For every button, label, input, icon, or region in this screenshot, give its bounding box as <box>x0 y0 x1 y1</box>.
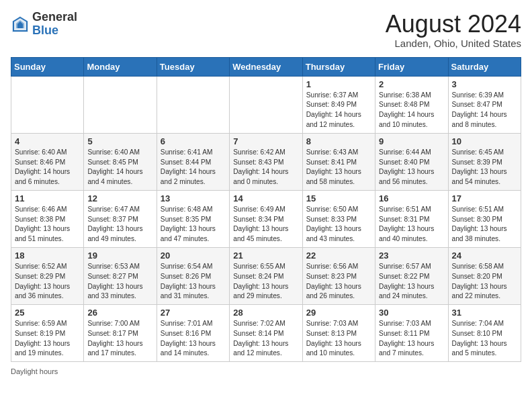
day-info: Sunrise: 6:48 AM Sunset: 8:35 PM Dayligh… <box>161 205 226 244</box>
day-number: 23 <box>379 250 444 261</box>
location: Landen, Ohio, United States <box>386 38 521 49</box>
day-info: Sunrise: 6:59 AM Sunset: 8:19 PM Dayligh… <box>15 319 80 359</box>
daylight-hours-label: Daylight hours <box>11 367 58 375</box>
day-number: 25 <box>15 308 80 318</box>
logo-icon <box>11 15 30 34</box>
day-info: Sunrise: 6:40 AM Sunset: 8:45 PM Dayligh… <box>87 148 152 187</box>
day-cell-7: 7Sunrise: 6:42 AM Sunset: 8:43 PM Daylig… <box>230 133 302 190</box>
logo: General Blue <box>11 11 77 38</box>
col-header-friday: Friday <box>375 57 448 76</box>
day-info: Sunrise: 6:38 AM Sunset: 8:48 PM Dayligh… <box>379 91 444 130</box>
day-info: Sunrise: 7:03 AM Sunset: 8:13 PM Dayligh… <box>306 319 371 359</box>
week-row-5: 25Sunrise: 6:59 AM Sunset: 8:19 PM Dayli… <box>11 305 521 362</box>
col-header-sunday: Sunday <box>11 57 84 76</box>
day-number: 15 <box>306 193 371 203</box>
day-number: 28 <box>233 308 298 318</box>
day-cell-27: 27Sunrise: 7:01 AM Sunset: 8:16 PM Dayli… <box>157 305 229 362</box>
day-info: Sunrise: 7:00 AM Sunset: 8:17 PM Dayligh… <box>87 319 152 359</box>
day-cell-2: 2Sunrise: 6:38 AM Sunset: 8:48 PM Daylig… <box>375 76 448 133</box>
day-info: Sunrise: 6:39 AM Sunset: 8:47 PM Dayligh… <box>452 91 517 130</box>
day-number: 26 <box>87 308 152 318</box>
day-info: Sunrise: 6:55 AM Sunset: 8:24 PM Dayligh… <box>233 262 298 302</box>
day-cell-6: 6Sunrise: 6:41 AM Sunset: 8:44 PM Daylig… <box>157 133 229 190</box>
day-cell-22: 22Sunrise: 6:56 AM Sunset: 8:23 PM Dayli… <box>302 247 375 304</box>
day-cell-17: 17Sunrise: 6:51 AM Sunset: 8:30 PM Dayli… <box>448 190 521 247</box>
day-number: 10 <box>452 136 517 146</box>
calendar: SundayMondayTuesdayWednesdayThursdayFrid… <box>11 57 521 363</box>
calendar-header-row: SundayMondayTuesdayWednesdayThursdayFrid… <box>11 57 521 76</box>
day-info: Sunrise: 6:47 AM Sunset: 8:37 PM Dayligh… <box>87 205 152 244</box>
day-cell-26: 26Sunrise: 7:00 AM Sunset: 8:17 PM Dayli… <box>84 305 157 362</box>
day-number: 31 <box>452 308 517 318</box>
day-cell-4: 4Sunrise: 6:40 AM Sunset: 8:46 PM Daylig… <box>11 133 84 190</box>
day-number: 8 <box>306 136 371 146</box>
logo-text: General Blue <box>32 11 77 38</box>
day-cell-29: 29Sunrise: 7:03 AM Sunset: 8:13 PM Dayli… <box>302 305 375 362</box>
day-info: Sunrise: 6:40 AM Sunset: 8:46 PM Dayligh… <box>15 148 80 187</box>
day-number: 3 <box>452 79 517 89</box>
day-info: Sunrise: 6:54 AM Sunset: 8:26 PM Dayligh… <box>161 262 226 302</box>
day-info: Sunrise: 6:46 AM Sunset: 8:38 PM Dayligh… <box>15 205 80 244</box>
day-info: Sunrise: 6:50 AM Sunset: 8:33 PM Dayligh… <box>306 205 371 244</box>
day-number: 20 <box>161 250 226 261</box>
week-row-2: 4Sunrise: 6:40 AM Sunset: 8:46 PM Daylig… <box>11 133 521 190</box>
day-number: 11 <box>15 193 80 203</box>
day-cell-23: 23Sunrise: 6:57 AM Sunset: 8:22 PM Dayli… <box>375 247 448 304</box>
day-info: Sunrise: 6:45 AM Sunset: 8:39 PM Dayligh… <box>452 148 517 187</box>
col-header-thursday: Thursday <box>302 57 375 76</box>
day-number: 1 <box>306 79 371 89</box>
week-row-4: 18Sunrise: 6:52 AM Sunset: 8:29 PM Dayli… <box>11 247 521 304</box>
day-cell-empty <box>11 76 84 133</box>
day-info: Sunrise: 6:42 AM Sunset: 8:43 PM Dayligh… <box>233 148 298 187</box>
day-number: 24 <box>452 250 517 261</box>
day-cell-3: 3Sunrise: 6:39 AM Sunset: 8:47 PM Daylig… <box>448 76 521 133</box>
day-cell-8: 8Sunrise: 6:43 AM Sunset: 8:41 PM Daylig… <box>302 133 375 190</box>
col-header-tuesday: Tuesday <box>157 57 229 76</box>
day-info: Sunrise: 6:44 AM Sunset: 8:40 PM Dayligh… <box>379 148 444 187</box>
day-cell-empty <box>230 76 302 133</box>
day-number: 7 <box>233 136 298 146</box>
day-info: Sunrise: 6:57 AM Sunset: 8:22 PM Dayligh… <box>379 262 444 302</box>
day-cell-25: 25Sunrise: 6:59 AM Sunset: 8:19 PM Dayli… <box>11 305 84 362</box>
week-row-1: 1Sunrise: 6:37 AM Sunset: 8:49 PM Daylig… <box>11 76 521 133</box>
day-info: Sunrise: 6:53 AM Sunset: 8:27 PM Dayligh… <box>87 262 152 302</box>
day-info: Sunrise: 7:03 AM Sunset: 8:11 PM Dayligh… <box>379 319 444 359</box>
day-cell-empty <box>157 76 229 133</box>
day-cell-15: 15Sunrise: 6:50 AM Sunset: 8:33 PM Dayli… <box>302 190 375 247</box>
day-cell-14: 14Sunrise: 6:49 AM Sunset: 8:34 PM Dayli… <box>230 190 302 247</box>
col-header-saturday: Saturday <box>448 57 521 76</box>
day-cell-12: 12Sunrise: 6:47 AM Sunset: 8:37 PM Dayli… <box>84 190 157 247</box>
header: General Blue August 2024 Landen, Ohio, U… <box>11 11 521 49</box>
day-cell-20: 20Sunrise: 6:54 AM Sunset: 8:26 PM Dayli… <box>157 247 229 304</box>
day-info: Sunrise: 6:37 AM Sunset: 8:49 PM Dayligh… <box>306 91 371 130</box>
title-block: August 2024 Landen, Ohio, United States <box>386 11 521 49</box>
day-cell-10: 10Sunrise: 6:45 AM Sunset: 8:39 PM Dayli… <box>448 133 521 190</box>
day-info: Sunrise: 6:51 AM Sunset: 8:30 PM Dayligh… <box>452 205 517 244</box>
day-number: 29 <box>306 308 371 318</box>
day-cell-16: 16Sunrise: 6:51 AM Sunset: 8:31 PM Dayli… <box>375 190 448 247</box>
day-info: Sunrise: 6:56 AM Sunset: 8:23 PM Dayligh… <box>306 262 371 302</box>
day-cell-21: 21Sunrise: 6:55 AM Sunset: 8:24 PM Dayli… <box>230 247 302 304</box>
col-header-monday: Monday <box>84 57 157 76</box>
day-info: Sunrise: 6:51 AM Sunset: 8:31 PM Dayligh… <box>379 205 444 244</box>
col-header-wednesday: Wednesday <box>230 57 302 76</box>
day-cell-19: 19Sunrise: 6:53 AM Sunset: 8:27 PM Dayli… <box>84 247 157 304</box>
day-number: 9 <box>379 136 444 146</box>
day-number: 16 <box>379 193 444 203</box>
day-cell-9: 9Sunrise: 6:44 AM Sunset: 8:40 PM Daylig… <box>375 133 448 190</box>
day-number: 30 <box>379 308 444 318</box>
day-number: 2 <box>379 79 444 89</box>
day-info: Sunrise: 6:52 AM Sunset: 8:29 PM Dayligh… <box>15 262 80 302</box>
day-number: 14 <box>233 193 298 203</box>
day-number: 27 <box>161 308 226 318</box>
day-cell-1: 1Sunrise: 6:37 AM Sunset: 8:49 PM Daylig… <box>302 76 375 133</box>
day-cell-31: 31Sunrise: 7:04 AM Sunset: 8:10 PM Dayli… <box>448 305 521 362</box>
day-info: Sunrise: 6:43 AM Sunset: 8:41 PM Dayligh… <box>306 148 371 187</box>
day-cell-30: 30Sunrise: 7:03 AM Sunset: 8:11 PM Dayli… <box>375 305 448 362</box>
day-cell-5: 5Sunrise: 6:40 AM Sunset: 8:45 PM Daylig… <box>84 133 157 190</box>
day-cell-28: 28Sunrise: 7:02 AM Sunset: 8:14 PM Dayli… <box>230 305 302 362</box>
day-number: 6 <box>161 136 226 146</box>
day-number: 13 <box>161 193 226 203</box>
day-number: 4 <box>15 136 80 146</box>
week-row-3: 11Sunrise: 6:46 AM Sunset: 8:38 PM Dayli… <box>11 190 521 247</box>
